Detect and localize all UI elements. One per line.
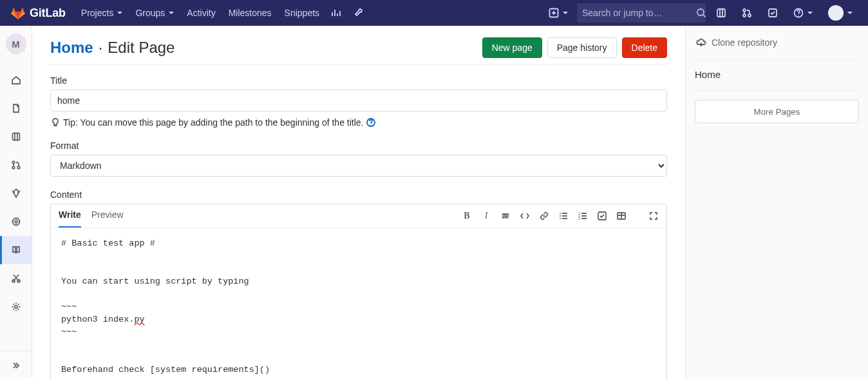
rail-merge-requests-icon[interactable] xyxy=(0,151,32,179)
navbar-tool-icons xyxy=(326,1,370,24)
title-block: Title Tip: You can move this page by add… xyxy=(50,75,667,128)
svg-point-12 xyxy=(17,166,20,169)
page-title: Home · Edit Page xyxy=(50,39,175,57)
main-region: Home · Edit Page New page Page history D… xyxy=(32,26,868,379)
rail-collapse-icon[interactable] xyxy=(0,351,32,379)
chevron-down-icon xyxy=(117,12,122,14)
content-post: ~~~ Beforehand check [system requirement… xyxy=(61,327,270,374)
cloud-download-icon xyxy=(696,37,706,48)
page-header: Home · Edit Page New page Page history D… xyxy=(50,37,667,58)
svg-point-5 xyxy=(748,14,751,17)
gitlab-logo[interactable]: GitLab xyxy=(10,5,66,21)
new-page-button[interactable]: New page xyxy=(482,37,542,58)
content-block: Content Write Preview B I 123 xyxy=(50,190,667,379)
nav-milestones-label: Milestones xyxy=(229,8,272,18)
nav-milestones[interactable]: Milestones xyxy=(222,1,278,24)
format-select[interactable]: Markdown xyxy=(50,155,667,177)
table-icon[interactable] xyxy=(616,211,627,221)
project-sidebar: M xyxy=(0,26,32,379)
svg-point-3 xyxy=(743,9,746,12)
editor-tabs: Write Preview B I 123 xyxy=(51,204,666,228)
page-actions: New page Page history Delete xyxy=(482,37,667,58)
title-tip-text: Tip: You can move this page by adding th… xyxy=(63,117,363,128)
help-icon[interactable] xyxy=(788,4,818,22)
rail-settings-icon[interactable] xyxy=(0,293,32,321)
tab-preview[interactable]: Preview xyxy=(91,209,124,228)
issues-icon[interactable] xyxy=(711,4,731,22)
bullet-list-icon[interactable] xyxy=(558,211,569,221)
italic-icon[interactable]: I xyxy=(481,211,491,221)
project-avatar[interactable]: M xyxy=(6,34,26,54)
fullscreen-icon[interactable] xyxy=(648,211,659,221)
merge-requests-icon[interactable] xyxy=(737,4,757,22)
top-navbar: GitLab Projects Groups Activity Mileston… xyxy=(0,0,868,26)
bold-icon[interactable]: B xyxy=(462,211,472,221)
content-editor: Write Preview B I 123 xyxy=(50,204,667,379)
content-textarea[interactable]: # Basic test app # You can start using s… xyxy=(51,228,666,379)
svg-point-19 xyxy=(371,125,372,126)
rail-operations-icon[interactable] xyxy=(0,208,32,236)
user-avatar xyxy=(828,5,844,21)
link-icon[interactable] xyxy=(539,211,549,221)
rail-issues-icon[interactable] xyxy=(0,122,32,151)
svg-rect-9 xyxy=(12,133,19,141)
nav-operations-icon[interactable] xyxy=(326,1,346,24)
nav-activity-label: Activity xyxy=(187,8,215,18)
rail-project-home-icon[interactable] xyxy=(0,66,32,94)
svg-point-10 xyxy=(12,161,15,164)
page-history-button[interactable]: Page history xyxy=(547,37,617,58)
delete-button[interactable]: Delete xyxy=(622,37,667,58)
chevron-down-icon xyxy=(807,12,813,14)
more-pages-button[interactable]: More Pages xyxy=(695,100,859,123)
nav-admin-icon[interactable] xyxy=(349,1,370,24)
global-search[interactable] xyxy=(577,3,706,23)
svg-point-13 xyxy=(12,219,19,226)
svg-point-8 xyxy=(798,15,798,15)
title-label: Title xyxy=(50,75,667,86)
nav-snippets-label: Snippets xyxy=(285,8,319,18)
clone-repository-link[interactable]: Clone repository xyxy=(695,35,859,50)
search-button[interactable] xyxy=(695,8,708,18)
svg-point-4 xyxy=(743,14,746,17)
wiki-home-link[interactable]: Home xyxy=(50,39,93,57)
nav-activity[interactable]: Activity xyxy=(180,1,222,24)
content-spell-error: py xyxy=(134,315,144,324)
chevron-down-icon xyxy=(563,12,568,14)
rail-repository-icon[interactable] xyxy=(0,94,32,122)
sidebar-home-link[interactable]: Home xyxy=(695,69,859,80)
title-tip: Tip: You can move this page by adding th… xyxy=(50,117,667,128)
ordered-list-icon[interactable]: 123 xyxy=(578,211,588,221)
nav-projects[interactable]: Projects xyxy=(75,1,129,24)
format-label: Format xyxy=(50,141,667,151)
rail-wiki-icon[interactable] xyxy=(0,236,32,264)
title-input[interactable] xyxy=(50,90,667,112)
sidebar-divider-2 xyxy=(695,90,859,91)
tab-write[interactable]: Write xyxy=(59,209,81,228)
user-menu[interactable] xyxy=(823,1,858,24)
svg-point-21 xyxy=(560,215,561,217)
new-dropdown[interactable] xyxy=(545,8,572,18)
svg-point-17 xyxy=(14,306,17,308)
todos-icon[interactable] xyxy=(762,4,783,22)
content-label: Content xyxy=(50,190,667,200)
editor-toolbar: B I 123 xyxy=(462,211,659,226)
search-input[interactable] xyxy=(582,8,695,18)
quote-icon[interactable] xyxy=(500,211,511,221)
svg-text:3: 3 xyxy=(578,217,580,220)
rail-snippets-icon[interactable] xyxy=(0,264,32,293)
svg-rect-2 xyxy=(717,9,725,17)
sidebar-divider xyxy=(695,59,859,60)
body-region: M Home · Edit Page New page Page history xyxy=(0,26,868,379)
clone-repository-label: Clone repository xyxy=(712,37,777,48)
rail-cicd-icon[interactable] xyxy=(0,179,32,208)
nav-snippets[interactable]: Snippets xyxy=(278,1,326,24)
page-subtitle: Edit Page xyxy=(108,39,175,57)
navbar-right xyxy=(545,1,858,24)
nav-groups[interactable]: Groups xyxy=(129,1,180,24)
header-divider xyxy=(50,64,667,65)
gitlab-logo-icon xyxy=(10,5,26,21)
content-area: Home · Edit Page New page Page history D… xyxy=(32,26,685,379)
tip-help-icon[interactable] xyxy=(366,117,376,128)
code-icon[interactable] xyxy=(520,211,530,221)
task-list-icon[interactable] xyxy=(597,211,607,221)
